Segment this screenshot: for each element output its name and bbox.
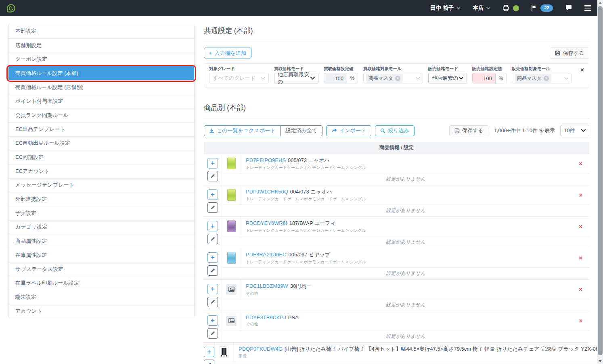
add-product-rule-button[interactable]: + bbox=[207, 221, 218, 231]
sidebar-item-7[interactable]: 会員ランク同期ルール bbox=[8, 108, 194, 122]
product-code-link[interactable]: PDF8RA29U6EC bbox=[246, 252, 286, 258]
edit-product-button[interactable] bbox=[204, 360, 214, 364]
app-logo-icon[interactable] bbox=[6, 4, 16, 13]
product-code-link[interactable]: PDYE3TB9CKPJ bbox=[246, 314, 286, 320]
buy-mode-select[interactable]: 他店買取最安の bbox=[274, 73, 318, 83]
remove-product-button[interactable]: × bbox=[572, 192, 589, 198]
sidebar-item-16[interactable]: 商品属性設定 bbox=[8, 234, 194, 248]
sidebar-item-6[interactable]: ポイント付与率設定 bbox=[8, 94, 194, 108]
product-code-link[interactable]: PDCDYEY6WR6I bbox=[246, 220, 287, 226]
sidebar-item-18[interactable]: サブステータス設定 bbox=[8, 262, 194, 276]
sidebar-item-9[interactable]: EC自動出品ルール設定 bbox=[8, 136, 194, 150]
sidebar-item-19[interactable]: 在庫ラベル印刷ルール設定 bbox=[8, 276, 194, 290]
notifications[interactable]: 22 bbox=[531, 4, 553, 12]
remove-tag-icon[interactable]: × bbox=[544, 76, 549, 81]
buy-mall-field: 買取価格対象モール 商品マスタ × bbox=[363, 66, 423, 83]
pencil-icon bbox=[207, 362, 211, 364]
edit-product-button[interactable] bbox=[207, 265, 218, 276]
sidebar-item-8[interactable]: EC出品テンプレート bbox=[8, 122, 194, 136]
notification-count-badge: 22 bbox=[540, 4, 553, 12]
add-product-rule-button[interactable]: + bbox=[207, 158, 218, 168]
product-code-link[interactable]: PD7PEIPO9EHS bbox=[246, 157, 286, 163]
sell-value-input[interactable] bbox=[472, 73, 496, 83]
settings-sidebar: 本部設定店舗別設定クーポン設定売買価格ルール設定 (本部)売買価格ルール設定 (… bbox=[8, 24, 195, 318]
sidebar-item-3[interactable]: クーポン設定 bbox=[8, 52, 194, 66]
chat-icon[interactable] bbox=[565, 5, 572, 11]
add-product-rule-button[interactable]: + bbox=[204, 347, 214, 357]
product-category: トレーディングカードゲーム > ポケモンカードゲーム > シングル bbox=[246, 228, 572, 233]
chevron-down-icon bbox=[261, 77, 265, 80]
no-setting-row: 設定がありません bbox=[222, 267, 589, 279]
add-product-rule-button[interactable]: + bbox=[207, 252, 218, 263]
edit-product-button[interactable] bbox=[207, 328, 218, 339]
per-page-select[interactable]: 10件 bbox=[560, 125, 589, 136]
edit-product-button[interactable] bbox=[207, 297, 218, 307]
buy-mode-field: 買取価格モード 他店買取最安の bbox=[274, 66, 318, 83]
remove-product-button[interactable]: × bbox=[572, 286, 589, 292]
chevron-down-icon bbox=[581, 129, 586, 132]
chair-image bbox=[220, 346, 228, 358]
page: 田中 裕子 本店 22 bbox=[0, 0, 603, 364]
sidebar-item-10[interactable]: EC同期設定 bbox=[8, 150, 194, 164]
sidebar-item-20[interactable]: 端末設定 bbox=[8, 290, 194, 304]
user-name: 田中 裕子 bbox=[430, 4, 454, 12]
sidebar-item-14[interactable]: 予実設定 bbox=[8, 206, 194, 220]
filter-button[interactable]: 絞り込み bbox=[375, 125, 415, 136]
product-code-link[interactable]: PDQP0FKUDW4G bbox=[239, 346, 283, 352]
product-row: PDF8RA29U6EC005/067 ヒヤップ トレーディングカードゲーム >… bbox=[222, 248, 589, 267]
no-setting-text: 設定がありません bbox=[386, 176, 425, 183]
product-code-link[interactable]: PDPJW1CHK50Q bbox=[246, 189, 288, 195]
scroll-up-arrow[interactable] bbox=[599, 2, 602, 4]
buy-value-input[interactable] bbox=[324, 73, 347, 83]
scrollbar-thumb[interactable] bbox=[598, 6, 603, 355]
grade-select[interactable]: すべてのグレード bbox=[209, 73, 269, 83]
add-input-row-button[interactable]: + 入力欄を追加 bbox=[204, 48, 251, 58]
edit-product-button[interactable] bbox=[207, 234, 218, 244]
product-thumbnail bbox=[215, 343, 234, 362]
export-list-button[interactable]: この一覧をエクスポート bbox=[204, 125, 281, 136]
buy-mall-select[interactable]: 商品マスタ × bbox=[363, 73, 423, 83]
sidebar-item-4[interactable]: 売買価格ルール設定 (本部) bbox=[8, 66, 194, 80]
buy-mall-label: 買取価格対象モール bbox=[363, 66, 423, 72]
sidebar-item-15[interactable]: カテゴリ設定 bbox=[8, 220, 194, 234]
remove-tag-icon[interactable]: × bbox=[395, 76, 400, 81]
sidebar-item-1[interactable]: 本部設定 bbox=[8, 24, 194, 38]
printer-status[interactable] bbox=[502, 5, 519, 11]
sidebar-item-17[interactable]: 在庫属性設定 bbox=[8, 248, 194, 262]
remove-product-button[interactable]: × bbox=[572, 255, 589, 261]
page-scrollbar[interactable] bbox=[597, 0, 603, 364]
scroll-down-arrow[interactable] bbox=[599, 360, 602, 362]
common-save-button[interactable]: 保存する bbox=[550, 48, 589, 58]
menu-icon[interactable] bbox=[584, 5, 591, 11]
card-image bbox=[227, 220, 236, 232]
products-save-button[interactable]: 保存する bbox=[449, 125, 489, 136]
no-setting-text: 設定がありません bbox=[386, 270, 425, 277]
remove-product-button[interactable]: × bbox=[572, 318, 589, 324]
sidebar-item-12[interactable]: メッセージテンプレート bbox=[8, 178, 194, 192]
import-button[interactable]: インポート bbox=[326, 125, 371, 136]
store-menu[interactable]: 本店 bbox=[473, 4, 490, 12]
configured-filter-button[interactable]: 設定済み全て bbox=[280, 125, 322, 136]
edit-product-button[interactable] bbox=[207, 202, 218, 213]
sell-mode-select[interactable]: 他店最安の bbox=[428, 73, 467, 83]
add-product-rule-button[interactable]: + bbox=[207, 284, 218, 294]
no-setting-row: 設定がありません bbox=[215, 362, 603, 364]
user-menu[interactable]: 田中 裕子 bbox=[430, 4, 461, 12]
remove-product-button[interactable]: × bbox=[572, 160, 589, 166]
sidebar-item-11[interactable]: ECアカウント bbox=[8, 164, 194, 178]
sidebar-item-21[interactable]: アカウント bbox=[8, 304, 194, 318]
products-table: 商品情報 / 設定 + PD7PEIPO9EHS005/073 ニャオハ トレー… bbox=[204, 142, 589, 364]
edit-product-button[interactable] bbox=[207, 171, 218, 181]
sidebar-item-5[interactable]: 売買価格ルール設定 (店舗別) bbox=[8, 80, 194, 94]
add-product-rule-button[interactable]: + bbox=[207, 189, 218, 200]
remove-rule-row-button[interactable]: × bbox=[580, 67, 584, 73]
store-name: 本店 bbox=[473, 4, 484, 12]
add-product-rule-button[interactable]: + bbox=[207, 315, 218, 326]
sidebar-item-2[interactable]: 店舗別設定 bbox=[8, 38, 194, 52]
product-code-link[interactable]: PDC1LBBZM89W bbox=[246, 283, 288, 289]
product-row: PD7PEIPO9EHS005/073 ニャオハ トレーディングカードゲーム >… bbox=[222, 154, 589, 173]
sidebar-item-13[interactable]: 外部連携設定 bbox=[8, 192, 194, 206]
sell-mall-select[interactable]: 商品マスタ × bbox=[512, 73, 572, 83]
remove-product-button[interactable]: × bbox=[572, 223, 589, 229]
sell-mall-label: 販売価格対象モール bbox=[512, 66, 572, 72]
